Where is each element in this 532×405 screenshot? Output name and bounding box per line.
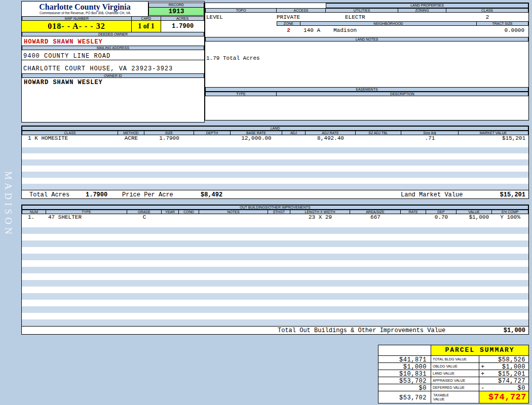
land-properties-column-labels: TOPO ACCESS UTILITIES ZONING CLASS	[205, 8, 528, 13]
land-cell-size: 1.7900	[144, 135, 194, 141]
parcel-id-values: 018- - A- - - 32 1 of 1 1.7900	[22, 21, 204, 32]
land-col-adj: ADJ	[282, 131, 306, 135]
easements-label: EASEMENTS	[205, 87, 528, 92]
outbuildings-total-label: Total Out Buildings & Other Improvements…	[278, 327, 445, 334]
ob-col-notes: NOTES	[199, 210, 268, 214]
ob-col-sthgt: STHGT	[268, 210, 290, 214]
ob-empty-row	[22, 280, 528, 287]
current-amount: $58,526	[498, 356, 525, 363]
zoning-label: ZONING	[398, 8, 446, 13]
neighborhood-header-row: ZONE NEIGHBORHOOD TRACT SIZE	[205, 21, 528, 26]
ob-col-dep: DEP	[426, 210, 457, 214]
summary-row-deferred: $0 DEFERRED VALUE -$0	[378, 384, 528, 391]
zone-value: 2	[277, 27, 300, 37]
land-col-base-rate: BASE RATE	[231, 131, 282, 135]
record-label: RECORD	[148, 3, 204, 8]
ob-col-year: YEAR	[162, 210, 179, 214]
address-line1: 9400 COUNTY LINE ROAD	[22, 50, 204, 60]
land-cell-class: 1 K HOMESITE	[22, 135, 118, 141]
card-label: CARD	[132, 16, 161, 21]
outbuildings-total-value: $1,000	[504, 327, 525, 334]
ob-empty-row	[22, 260, 528, 267]
current-amount: $1,000	[502, 363, 525, 371]
current-value: -$0	[479, 384, 528, 391]
outbuildings-total-row: Total Out Buildings & Other Improvements…	[22, 326, 528, 334]
total-acres-label: Total Acres	[29, 191, 69, 198]
land-properties-panel: LAND PROPERTIES TOPO ACCESS UTILITIES ZO…	[205, 3, 529, 120]
zone-label: ZONE	[277, 21, 300, 26]
land-col-size-adj: Size Adj	[401, 131, 459, 135]
ob-empty-row	[22, 254, 528, 260]
ob-col-cond: COND	[179, 210, 199, 214]
access-value: PRIVATE	[277, 14, 326, 21]
prior-value: $53,702	[378, 377, 431, 384]
ob-cell-length-width: 23 X 29	[290, 214, 350, 221]
prior-value: $1,000	[378, 363, 431, 370]
outbuildings-table: OUT BUILDINGS/OTHER IMPROVEMENTS NUM TYP…	[21, 205, 529, 335]
ob-cell-pct-comp: Y 100%	[492, 214, 528, 221]
land-empty-row	[22, 172, 528, 178]
ob-empty-row	[22, 234, 528, 240]
ob-empty-row	[22, 267, 528, 273]
summary-label: LAND VALUE	[431, 370, 479, 377]
land-properties-values: LEVEL PRIVATE ELECTR 2	[205, 13, 528, 21]
map-number-value: 018- - A- - - 32	[22, 21, 132, 32]
land-empty-row	[22, 159, 528, 166]
ob-empty-row	[22, 287, 528, 293]
ob-empty-row	[22, 247, 528, 254]
land-row: 1 K HOMESITE ACRE 1.7900 12,000.00 8,492…	[22, 135, 528, 141]
deeded-owner-value: HOWARD SHAWN WESLEY	[22, 36, 204, 46]
ob-empty-row	[22, 221, 528, 227]
acres-label: ACRES	[161, 16, 204, 21]
ob-empty-row	[22, 293, 528, 300]
land-col-depth: DEPTH	[194, 131, 231, 135]
card-value: 1 of 1	[132, 21, 161, 32]
parcel-summary-header: PARCEL SUMMARY	[378, 345, 528, 355]
ob-cell-num: 1.	[22, 214, 46, 221]
spacer	[205, 27, 277, 37]
land-cell-market-value: $15,201	[459, 135, 528, 141]
land-col-size: SIZE	[144, 131, 194, 135]
spacer	[205, 3, 326, 8]
land-totals-row: Total Acres 1.7900 Price Per Acre $8,492…	[22, 190, 528, 198]
owner-id-label: OWNER ID	[22, 73, 204, 78]
land-col-class: CLASS	[22, 131, 118, 135]
neighborhood-code: 140 A	[303, 27, 320, 33]
land-properties-title: LAND PROPERTIES	[326, 3, 528, 8]
county-title: Charlotte County Virginia	[22, 3, 148, 11]
ob-empty-row	[22, 240, 528, 247]
summary-label: APPRAISED VALUE	[431, 377, 479, 384]
address-line2: CHARLOTTE COURT HOUSE, VA 23923-3923	[22, 60, 204, 73]
tract-size-value: 0.0000	[477, 27, 528, 37]
owner-id-value: HOWARD SHAWN WESLEY	[22, 78, 204, 86]
tract-size-label: TRACT SIZE	[477, 21, 528, 26]
title-record-row: Charlotte County Virginia Commissioner o…	[22, 2, 204, 16]
land-properties-header-row: LAND PROPERTIES	[205, 3, 528, 8]
ob-col-grade: GRADE	[127, 210, 162, 214]
ob-cell-grade: C	[127, 214, 162, 221]
ob-col-num: NUM	[22, 210, 46, 214]
record-value: 1913	[148, 8, 204, 16]
ob-cell-cond	[179, 214, 199, 221]
ob-cell-area-size: 667	[350, 214, 401, 221]
access-label: ACCESS	[277, 8, 326, 13]
neighborhood-value: 140 AMadison	[300, 27, 477, 37]
summary-row-obldg: $1,000 OBLDG VALUE +$1,000	[378, 362, 528, 370]
summary-row-taxable: $53,702 TAXABLE VALUE $74,727	[378, 391, 528, 403]
map-number-label: MAP NUMBER	[22, 16, 132, 21]
prior-value: $0	[378, 384, 431, 391]
land-empty-row	[22, 141, 528, 147]
operator-sign: +	[481, 363, 485, 371]
land-cell-adj	[282, 135, 306, 141]
taxable-prior-value: $53,702	[378, 391, 431, 403]
ob-cell-sthgt	[268, 214, 290, 221]
neighborhood-name: Madison	[333, 27, 357, 33]
parcel-summary-title: PARCEL SUMMARY	[431, 345, 528, 355]
spacer-cell	[378, 345, 431, 355]
current-value: +$15,201	[479, 370, 528, 377]
ob-col-rate: RATE	[401, 210, 426, 214]
topo-label: TOPO	[205, 8, 277, 13]
neighborhood-values: 2 140 AMadison 0.0000	[205, 26, 528, 37]
district-watermark: MADISON	[3, 171, 14, 237]
outbuildings-title: OUT BUILDINGS/OTHER IMPROVEMENTS	[22, 205, 528, 210]
